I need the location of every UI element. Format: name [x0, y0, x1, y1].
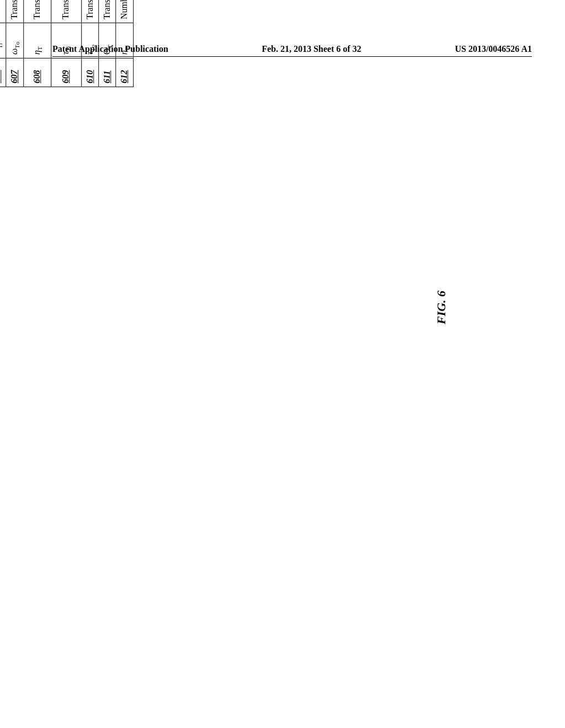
- cell-def: Transmission output torque: [81, 0, 98, 23]
- header-right: US 2013/0046526 A1: [455, 44, 532, 54]
- cell-sym: ηT: [24, 23, 51, 58]
- figure-label: FIG. 6: [434, 291, 449, 324]
- cell-ref: 612: [116, 58, 133, 87]
- table-row: 612 nF Number of forward gears Mfr. Disp…: [116, 0, 133, 87]
- cell-sym: ωTo: [6, 23, 23, 58]
- cell-def: Number of forward gears: [116, 0, 133, 23]
- cell-sym: nF: [116, 23, 133, 58]
- table-row: 610 τTo Transmission output torque (48) …: [81, 0, 98, 87]
- header-center: Feb. 21, 2013 Sheet 6 of 32: [262, 44, 361, 54]
- cell-sym: ωTi: [0, 23, 6, 58]
- cell-def: Transmission input speed: [0, 0, 6, 23]
- cell-ref: 610: [81, 58, 98, 87]
- cell-ref: 606: [0, 58, 6, 87]
- cell-def: Transmission input torque: [51, 0, 81, 23]
- cell-sym: ΘT: [99, 23, 116, 58]
- cell-sym: τTi: [51, 23, 81, 58]
- cell-ref: 607: [6, 58, 23, 87]
- cell-ref: 608: [24, 58, 51, 87]
- table-row: 609 τTi Transmission input torque (36), …: [51, 0, 81, 87]
- symbol-table: REF. SYM. DEFINITION MEAS. EQN. SPEC. VB…: [0, 0, 134, 87]
- cell-def: Transmission moment of inertia: [99, 0, 116, 23]
- cell-ref: 611: [99, 58, 116, 87]
- cell-sym: τTo: [81, 23, 98, 58]
- cell-def: Transmission gear efficiency: [24, 0, 51, 23]
- table-row: 608 ηT Transmission gear efficiency (47)…: [24, 0, 51, 87]
- cell-def: Transmission output speed: [6, 0, 23, 23]
- cell-ref: 609: [51, 58, 81, 87]
- table-row: 606 ωTi Transmission input speed CAN (31…: [0, 0, 6, 87]
- table-row: 611 ΘT Transmission moment of inertia Mf…: [99, 0, 116, 87]
- figure-area: REF. SYM. DEFINITION MEAS. EQN. SPEC. VB…: [52, 87, 532, 515]
- table-row: 607 ωTo Transmission output speed (49) (…: [6, 0, 23, 87]
